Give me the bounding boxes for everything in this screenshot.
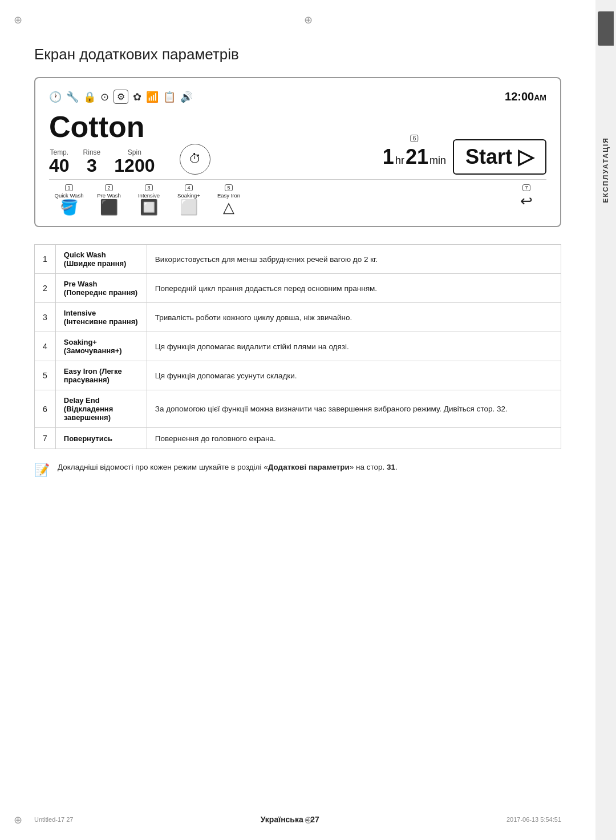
- func-num-7: 7: [522, 184, 530, 191]
- row-desc: Повернення до головного екрана.: [147, 428, 561, 449]
- row-term: Soaking+ (Замочування+): [55, 332, 147, 361]
- cycle-name: Cotton: [49, 110, 383, 144]
- status-time: 12:00AM: [505, 90, 546, 103]
- row-num: 6: [35, 390, 56, 428]
- note-bold: Додаткові параметри: [268, 463, 350, 471]
- rinse-param: Rinse 3: [83, 148, 101, 175]
- main-content: Екран додаткових параметрів 🕐 🔧 🔒 ⊙ ⚙ ✿ …: [0, 0, 595, 500]
- icon-clipboard: 📋: [163, 91, 176, 103]
- func-label-4: Soaking+: [177, 192, 200, 199]
- delay-num-badge: 6: [411, 135, 419, 142]
- row-desc: За допомогою цієї функції можна визначит…: [147, 390, 561, 428]
- table-row: 5 Easy Iron (Легке прасування) Ця функці…: [35, 361, 561, 390]
- right-sidebar: ЕКСПЛУАТАЦІЯ: [595, 0, 616, 840]
- spin-value: 1200: [114, 155, 155, 176]
- intensive-icon: 🔲: [140, 200, 158, 215]
- icon-record: ⊙: [100, 91, 109, 103]
- func-num-4: 4: [185, 184, 192, 191]
- min-unit: min: [429, 155, 446, 167]
- crosshair-top: ⊕: [304, 14, 313, 26]
- duration-min: 21: [406, 145, 428, 169]
- note-text: Докладніші відомості про кожен режим шук…: [58, 463, 398, 471]
- temp-param: Temp. 40: [49, 148, 70, 175]
- row-num: 3: [35, 303, 56, 332]
- easy-iron-icon: △: [223, 200, 234, 215]
- delay-icon: ⏱: [189, 152, 201, 167]
- note-after: » на стор.: [350, 463, 387, 471]
- note-end: .: [395, 463, 398, 471]
- row-term: Quick Wash (Швидке прання): [55, 245, 147, 274]
- table-row: 3 Intensive (Інтенсивне прання) Триваліс…: [35, 303, 561, 332]
- param-group: Temp. 40 Rinse 3 Spin 1200 ⏱: [49, 144, 383, 175]
- right-section: 6 1 hr 21 min Start ▷: [383, 139, 546, 175]
- row-term: Intensive (Інтенсивне прання): [55, 303, 147, 332]
- func-num-2: 2: [105, 184, 112, 191]
- row-num: 7: [35, 428, 56, 449]
- note-before: Докладніші відомості про кожен режим шук…: [58, 463, 268, 471]
- row-term: Easy Iron (Легке прасування): [55, 361, 147, 390]
- top-section: Cotton Temp. 40 Rinse 3 Spin 1200: [49, 110, 546, 175]
- func-btn-back[interactable]: 7 ↩: [506, 184, 546, 208]
- row-num: 1: [35, 245, 56, 274]
- func-label-5: Easy Iron: [217, 192, 240, 199]
- row-desc: Попередній цикл прання додається перед о…: [147, 274, 561, 303]
- icon-settings: 🔧: [66, 91, 79, 103]
- time-value: 12:00: [505, 90, 534, 103]
- soaking-icon: ⬜: [180, 200, 198, 215]
- icon-wifi: 📶: [146, 91, 159, 103]
- row-desc: Ця функція допомагає усунути складки.: [147, 361, 561, 390]
- row-term: Delay End (Відкладення завершення): [55, 390, 147, 428]
- time-suffix: AM: [534, 93, 546, 102]
- icon-grid: ⚙: [114, 90, 128, 104]
- table-row: 6 Delay End (Відкладення завершення) За …: [35, 390, 561, 428]
- icon-gear: ✿: [133, 91, 141, 103]
- row-desc: Тривалість роботи кожного циклу довша, н…: [147, 303, 561, 332]
- duration-wrapper: 6 1 hr 21 min: [383, 145, 446, 169]
- table-row: 7 Повернутись Повернення до головного ек…: [35, 428, 561, 449]
- status-bar: 🕐 🔧 🔒 ⊙ ⚙ ✿ 📶 📋 🔊 12:00AM: [49, 90, 546, 104]
- func-btn-pre-wash[interactable]: 2 Pre Wash ⬛: [89, 184, 129, 215]
- note-row: 📝 Докладніші відомості про кожен режим ш…: [34, 463, 561, 478]
- func-btn-soaking[interactable]: 4 Soaking+ ⬜: [169, 184, 209, 215]
- bottom-right: 2017-06-13 5:54:51: [506, 816, 561, 823]
- func-num-1: 1: [65, 184, 72, 191]
- func-num-5: 5: [225, 184, 232, 191]
- page-heading: Екран додаткових параметрів: [34, 46, 561, 63]
- table-row: 4 Soaking+ (Замочування+) Ця функція доп…: [35, 332, 561, 361]
- table-row: 1 Quick Wash (Швидке прання) Використову…: [35, 245, 561, 274]
- row-term: Pre Wash (Попереднє прання): [55, 274, 147, 303]
- note-page: 31: [387, 463, 395, 471]
- row-num: 2: [35, 274, 56, 303]
- func-label-1: Quick Wash: [55, 192, 84, 199]
- duration-hr: 1: [383, 145, 394, 169]
- spin-param: Spin 1200: [114, 148, 155, 175]
- info-table: 1 Quick Wash (Швидке прання) Використову…: [34, 244, 561, 449]
- temp-value: 40: [49, 155, 70, 176]
- func-btn-quick-wash[interactable]: 1 Quick Wash 🪣: [49, 184, 89, 215]
- bottom-bar: Untitled-17 27 Українська - 27 2017-06-1…: [0, 815, 595, 824]
- row-desc: Використовується для менш забруднених ре…: [147, 245, 561, 274]
- note-icon: 📝: [34, 463, 50, 478]
- rinse-value: 3: [87, 155, 97, 176]
- icon-sound: 🔊: [180, 91, 193, 103]
- func-btn-easy-iron[interactable]: 5 Easy Iron △: [209, 184, 249, 215]
- icon-wash: 🕐: [49, 91, 62, 103]
- hr-unit: hr: [395, 155, 404, 167]
- table-row: 2 Pre Wash (Попереднє прання) Попередній…: [35, 274, 561, 303]
- func-label-2: Pre Wash: [97, 192, 120, 199]
- icon-lock: 🔒: [83, 91, 96, 103]
- func-label-3: Intensive: [138, 192, 160, 199]
- row-num: 5: [35, 361, 56, 390]
- sidebar-tab-1: [598, 11, 614, 46]
- func-buttons-row: 1 Quick Wash 🪣 2 Pre Wash ⬛ 3 Intensive …: [49, 179, 546, 215]
- func-num-3: 3: [145, 184, 152, 191]
- func-btn-intensive[interactable]: 3 Intensive 🔲: [129, 184, 169, 215]
- washer-panel: 🕐 🔧 🔒 ⊙ ⚙ ✿ 📶 📋 🔊 12:00AM Cotton Temp.: [34, 77, 561, 227]
- row-num: 4: [35, 332, 56, 361]
- bottom-center: Українська - 27: [261, 815, 319, 824]
- crosshair-left-top: ⊕: [14, 14, 22, 26]
- left-section: Cotton Temp. 40 Rinse 3 Spin 1200: [49, 110, 383, 175]
- quick-wash-icon: 🪣: [60, 200, 78, 215]
- delay-button[interactable]: ⏱: [180, 144, 210, 175]
- start-button[interactable]: Start ▷: [453, 139, 546, 175]
